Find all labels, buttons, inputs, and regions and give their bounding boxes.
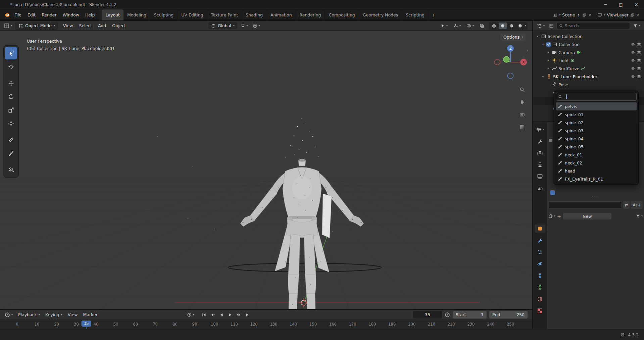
use-preview-range-toggle[interactable] xyxy=(445,312,450,318)
properties-tab[interactable] xyxy=(535,260,545,268)
workspace-tab[interactable]: Texture Paint xyxy=(207,9,242,20)
expand-toggle-icon[interactable]: ▾ xyxy=(541,43,545,46)
outliner-row[interactable]: ▸ Camera xyxy=(533,48,644,56)
hide-in-viewport-eye-icon[interactable] xyxy=(631,66,635,71)
tool-button[interactable] xyxy=(5,163,17,176)
jump-to-start-button[interactable] xyxy=(200,311,208,318)
outliner-row[interactable]: ▸ SurfCurve xyxy=(533,64,644,72)
properties-tab[interactable] xyxy=(535,295,545,303)
workspace-tab[interactable]: Rendering xyxy=(296,9,325,20)
shading-material-button[interactable] xyxy=(507,22,515,29)
hide-in-viewport-eye-icon[interactable] xyxy=(631,50,635,55)
menubar-menu[interactable]: Edit xyxy=(24,11,39,19)
menubar-menu[interactable]: File xyxy=(11,11,24,19)
play-reverse-button[interactable] xyxy=(218,311,225,318)
collection-checkbox[interactable] xyxy=(546,42,551,47)
remove-viewlayer-icon[interactable]: × xyxy=(636,13,639,17)
timeline-menu[interactable]: Keying ▾ xyxy=(43,311,65,319)
hide-in-viewport-eye-icon[interactable] xyxy=(631,58,635,63)
proportional-editing-toggle[interactable]: ▾ xyxy=(251,23,261,29)
outliner-row[interactable]: Pose xyxy=(533,81,644,89)
bone-list-item[interactable]: head xyxy=(556,167,637,175)
tool-button[interactable] xyxy=(5,90,17,103)
viewport-menu[interactable]: Add xyxy=(95,22,109,30)
material-browse-button[interactable]: ▾ xyxy=(548,214,555,218)
add-workspace-button[interactable]: + xyxy=(429,12,439,17)
bone-list-item[interactable]: spine_05 xyxy=(556,143,637,151)
expand-toggle-icon[interactable]: ▸ xyxy=(546,67,550,70)
blender-logo[interactable] xyxy=(4,12,10,18)
properties-tab[interactable] xyxy=(535,236,545,244)
pan-view-button[interactable] xyxy=(518,98,526,106)
outliner-search-input[interactable] xyxy=(565,23,628,28)
material-filter-button[interactable]: ▾ xyxy=(636,214,643,218)
outliner-row[interactable]: ▸ Light xyxy=(533,56,644,64)
tool-button[interactable] xyxy=(5,147,17,159)
frame-end-field[interactable]: End 250 xyxy=(489,311,528,319)
zoom-view-button[interactable] xyxy=(518,86,526,94)
timeline-menu[interactable]: Marker xyxy=(81,311,100,319)
expand-toggle-icon[interactable]: ▸ xyxy=(546,51,550,54)
options-button[interactable]: Options ▾ xyxy=(500,33,526,41)
mode-selector[interactable]: Object Mode ▾ xyxy=(15,22,58,30)
editor-type-button[interactable]: ▾ xyxy=(3,22,13,29)
workspace-tab[interactable]: Scripting xyxy=(402,9,429,20)
jump-to-end-button[interactable] xyxy=(244,311,251,318)
expand-toggle-icon[interactable]: ▸ xyxy=(546,59,550,62)
bone-list-item[interactable]: neck_01 xyxy=(556,151,637,159)
properties-tab[interactable] xyxy=(535,149,545,157)
workspace-tab[interactable]: Sculpting xyxy=(150,9,178,20)
maximize-button[interactable]: □ xyxy=(613,0,629,9)
close-button[interactable]: × xyxy=(629,0,644,9)
tool-button[interactable] xyxy=(5,60,17,73)
new-material-button[interactable]: New xyxy=(563,212,612,220)
jump-next-keyframe-button[interactable] xyxy=(235,311,243,318)
workspace-tab[interactable]: Shading xyxy=(242,9,267,20)
properties-tab[interactable] xyxy=(535,272,545,280)
workspace-tab[interactable]: Compositing xyxy=(325,9,359,20)
bone-list-item[interactable]: pelvis xyxy=(556,102,637,110)
properties-tab[interactable] xyxy=(535,161,545,169)
new-viewlayer-icon[interactable] xyxy=(630,13,634,17)
play-button[interactable] xyxy=(227,311,234,318)
hide-in-viewport-eye-icon[interactable] xyxy=(631,42,635,47)
tool-button[interactable] xyxy=(5,134,17,146)
bone-list-item[interactable]: FX_EyeTrails_R_01 xyxy=(556,175,637,183)
transform-orientation-selector[interactable]: Global ▾ xyxy=(208,22,237,29)
outliner-row[interactable]: ▾ SK_Lune_Placeholder xyxy=(533,72,644,81)
timeline-menu[interactable]: View xyxy=(65,311,81,319)
unlink-scene-icon[interactable]: × xyxy=(588,13,591,17)
viewport-3d[interactable]: User Perspective (35) Collection | SK_Lu… xyxy=(0,31,532,309)
toggle-ortho-button[interactable] xyxy=(518,123,526,131)
panel-grip[interactable]: ···· xyxy=(547,194,644,198)
hide-in-viewport-eye-icon[interactable] xyxy=(631,74,635,79)
menubar-menu[interactable]: Help xyxy=(82,11,98,19)
viewport-menu[interactable]: View xyxy=(60,22,76,30)
outliner-filter-button[interactable]: ▾ xyxy=(632,23,642,29)
properties-tab[interactable] xyxy=(535,283,545,291)
outliner-row[interactable]: ▾ Collection xyxy=(533,40,644,48)
new-scene-icon[interactable] xyxy=(582,13,586,17)
disable-in-render-camera-icon[interactable] xyxy=(637,58,641,63)
properties-tab[interactable] xyxy=(535,173,545,181)
disable-in-render-camera-icon[interactable] xyxy=(637,66,641,71)
selectability-dropdown[interactable]: ▾ xyxy=(439,23,449,29)
bone-list-item[interactable]: spine_01 xyxy=(556,110,637,118)
jump-prev-keyframe-button[interactable] xyxy=(209,311,216,318)
minimize-button[interactable]: ─ xyxy=(598,0,613,9)
properties-tab[interactable] xyxy=(535,307,545,315)
disable-in-render-camera-icon[interactable] xyxy=(637,42,641,47)
camera-view-button[interactable] xyxy=(518,110,526,118)
snap-toggle[interactable]: ▾ xyxy=(239,23,249,29)
viewlayer-selector[interactable]: ▾ ViewLayer × xyxy=(595,11,641,18)
disable-in-render-camera-icon[interactable] xyxy=(637,50,641,55)
properties-tab[interactable] xyxy=(535,225,545,233)
pin-icon[interactable] xyxy=(577,13,581,17)
properties-tab[interactable]: ▾ xyxy=(535,126,545,134)
show-overlays-dropdown[interactable]: ▾ xyxy=(465,23,475,29)
bone-search-field[interactable] xyxy=(556,93,637,101)
frame-start-field[interactable]: Start 1 xyxy=(453,311,487,319)
properties-tab[interactable] xyxy=(535,248,545,256)
menubar-menu[interactable]: Window xyxy=(60,11,82,19)
timeline-ruler[interactable]: 0102030405060708090100110120130140150160… xyxy=(0,320,532,329)
